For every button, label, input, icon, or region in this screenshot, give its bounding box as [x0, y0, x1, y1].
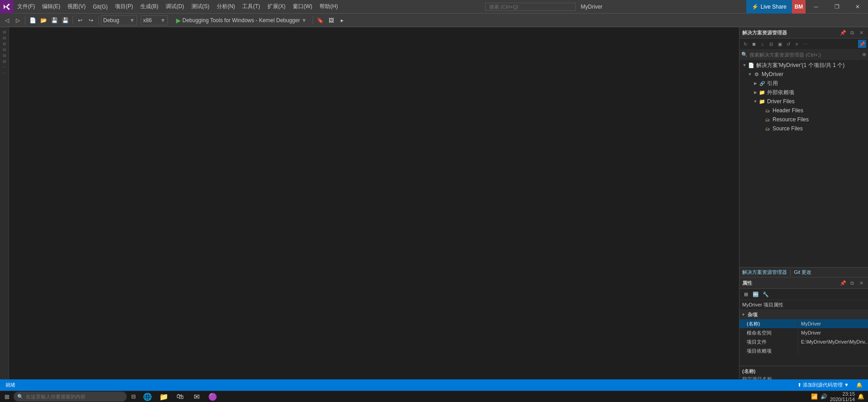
menu-edit[interactable]: 编辑(E) [38, 0, 64, 13]
prop-pin-button[interactable]: 📌 [839, 279, 847, 287]
minimize-button[interactable]: ─ [806, 0, 826, 14]
activity-item-1[interactable]: ▤ [1, 29, 8, 34]
status-bell-icon[interactable]: 🔔 [854, 379, 864, 391]
se-collapse-button[interactable]: ⊟ [767, 40, 775, 48]
task-view-button[interactable]: ⊟ [129, 392, 138, 402]
prop-group-misc[interactable]: ▼ 杂项 [739, 310, 868, 319]
save-button[interactable]: 💾 [49, 15, 59, 25]
prop-row-projfile[interactable]: 项目文件 E:\MyDriver\MyDriver\MyDriv... [739, 337, 868, 346]
live-share-button[interactable]: ⚡ Live Share [746, 0, 792, 14]
taskbar-clock[interactable]: 23:15 2020/11/14 [830, 391, 855, 402]
taskbar-search-input[interactable] [26, 394, 123, 399]
open-file-button[interactable]: 📂 [38, 15, 48, 25]
tree-item-external-deps[interactable]: ▶ 📁 外部依赖项 [739, 88, 868, 97]
menu-test[interactable]: 测试(S) [188, 0, 213, 13]
menu-extensions[interactable]: 扩展(X) [264, 0, 289, 13]
tree-item-resource-files[interactable]: 🗂 Resource Files [739, 115, 868, 124]
refs-label: 引用 [767, 80, 778, 87]
se-filter-button[interactable]: ▣ [776, 40, 784, 48]
config-dropdown[interactable]: Debug ▼ [101, 15, 137, 25]
taskbar-app-vs[interactable]: 🟣 [205, 391, 220, 402]
status-ready[interactable]: 就绪 [4, 379, 17, 391]
se-search-input[interactable] [749, 52, 860, 57]
tree-item-project[interactable]: ▼ ⚙ MyDriver [739, 70, 868, 79]
prop-row-namespace[interactable]: 根命名空间 MyDriver [739, 328, 868, 337]
se-tab-solution[interactable]: 解决方案资源管理器 [742, 269, 787, 276]
new-file-button[interactable]: 📄 [28, 15, 38, 25]
menu-project[interactable]: 项目(P) [111, 0, 137, 13]
se-close-button[interactable]: ✕ [857, 29, 865, 37]
image-button[interactable]: 🖼 [326, 15, 336, 25]
run-button[interactable]: ▶ Debugging Tools for Windows - Kernel D… [172, 15, 310, 25]
menu-git[interactable]: Git(G) [89, 0, 111, 13]
taskbar-right: 📶 🔊 23:15 2020/11/14 🔔 [811, 391, 868, 402]
prop-name-label-0: (名称) [739, 319, 798, 328]
search-input[interactable] [485, 3, 576, 11]
headerfiles-arrow [759, 107, 764, 114]
menu-view[interactable]: 视图(V) [64, 0, 89, 13]
menu-build[interactable]: 生成(B) [137, 0, 162, 13]
tree-item-header-files[interactable]: 🗂 Header Files [739, 106, 868, 115]
se-tab-git[interactable]: Git 更改 [794, 269, 811, 276]
prop-close-button[interactable]: ✕ [857, 279, 865, 287]
config-label: Debug [103, 17, 119, 24]
activity-item-4[interactable]: ▤ [1, 47, 8, 52]
prop-row-name[interactable]: (名称) MyDriver [739, 319, 868, 328]
menu-debug[interactable]: 调试(D) [162, 0, 188, 13]
prop-categorized-button[interactable]: ⊞ [741, 290, 750, 299]
se-home-button[interactable]: ⌂ [758, 40, 767, 48]
tree-item-source-files[interactable]: 🗂 Source Files [739, 124, 868, 133]
prop-float-button[interactable]: ⧉ [848, 279, 856, 287]
restore-button[interactable]: ❐ [826, 0, 847, 14]
menu-tools[interactable]: 工具(T) [238, 0, 263, 13]
se-pin2-button[interactable]: 📌 [858, 40, 866, 48]
taskbar-notification-icon[interactable]: 🔔 [858, 393, 864, 400]
menu-help[interactable]: 帮助(H) [316, 0, 342, 13]
close-button[interactable]: ✕ [847, 0, 868, 14]
left-activity-bar: ▤ ▤ ▤ ▤ ▤ ▤ ─ ─ [0, 27, 9, 391]
activity-item-5[interactable]: ▤ [1, 53, 8, 58]
start-button[interactable]: ⊞ [2, 392, 12, 402]
se-sync-button[interactable]: ↻ [741, 40, 749, 48]
bookmark-button[interactable]: 🔖 [315, 15, 325, 25]
se-settings2-button[interactable]: ⋯ [801, 40, 810, 48]
save-all-button[interactable]: 💾 [60, 15, 70, 25]
activity-item-6[interactable]: ▤ [1, 58, 8, 64]
prop-wrench-button[interactable]: 🔧 [761, 290, 770, 299]
sourcefiles-label: Source Files [773, 125, 803, 132]
prop-row-projdep[interactable]: 项目依赖项 [739, 346, 868, 355]
status-add-source[interactable]: ⬆ 添加到源代码管理 ▼ [796, 379, 851, 391]
taskbar-app-store[interactable]: 🛍 [173, 391, 187, 402]
back-button[interactable]: ◁ [2, 15, 12, 25]
tree-item-driver-files[interactable]: ▼ 📁 Driver Files [739, 97, 868, 106]
activity-item-8[interactable]: ─ [1, 70, 8, 76]
se-search-bar: 🔍 ⊕ [739, 50, 868, 60]
prop-alpha-button[interactable]: 🔤 [751, 290, 760, 299]
tree-item-references[interactable]: ▶ 🔗 引用 [739, 79, 868, 88]
se-float-button[interactable]: ⧉ [848, 29, 856, 37]
se-settings1-button[interactable]: ≡ [793, 40, 801, 48]
menu-file[interactable]: 文件(F) [14, 0, 38, 13]
taskbar-app-mail[interactable]: ✉ [189, 391, 204, 402]
undo-button[interactable]: ↩ [75, 15, 85, 25]
forward-button[interactable]: ▷ [13, 15, 23, 25]
taskbar-app-explorer[interactable]: 📁 [157, 391, 171, 402]
activity-item-7[interactable]: ─ [1, 64, 8, 70]
redo-button[interactable]: ↪ [86, 15, 96, 25]
properties-panel: 属性 📌 ⧉ ✕ ⊞ 🔤 🔧 MyDriver 项目属性 ▼ 杂项 [739, 278, 868, 391]
menu-analyze[interactable]: 分析(N) [213, 0, 239, 13]
activity-item-3[interactable]: ▤ [1, 41, 8, 46]
se-pin-button[interactable]: 📌 [839, 29, 847, 37]
activity-item-2[interactable]: ▤ [1, 35, 8, 40]
se-refresh-button[interactable]: ↺ [784, 40, 792, 48]
user-avatar[interactable]: BM [792, 0, 806, 14]
platform-dropdown[interactable]: x86 ▼ [141, 15, 168, 25]
prop-name-label-3: 项目依赖项 [739, 346, 798, 355]
properties-header-buttons: 📌 ⧉ ✕ [839, 279, 865, 287]
tree-item-solution[interactable]: ▼ 📄 解决方案'MyDriver'(1 个项目/共 1 个) [739, 61, 868, 70]
menu-window[interactable]: 窗口(W) [289, 0, 316, 13]
driverfiles-label: Driver Files [767, 98, 795, 105]
se-stop-button[interactable]: ⏹ [750, 40, 758, 48]
taskbar-app-edge[interactable]: 🌐 [140, 391, 155, 402]
extra-button[interactable]: ▸ [337, 15, 347, 25]
